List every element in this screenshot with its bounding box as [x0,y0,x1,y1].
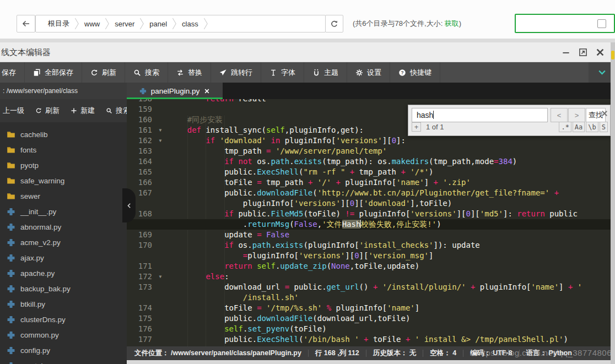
python-file-icon [7,285,15,293]
line-number: 177 [127,334,152,345]
find-input[interactable]: hash [412,108,548,122]
folder-item[interactable]: cachelib [0,127,127,142]
file-item[interactable]: crontab.py [0,358,127,364]
folder-item[interactable]: sewer [0,188,127,204]
sidebar-plus-button[interactable]: 新建 [65,106,100,116]
find-option-button[interactable]: S [600,122,608,132]
folder-item[interactable]: safe_warning [0,173,127,188]
save-button[interactable]: 保存 [0,62,25,83]
goto-line-button[interactable]: 跳转行 [211,62,261,83]
theme-button[interactable]: 主题 [304,62,347,83]
minimize-button[interactable] [561,47,571,57]
chevron-right-icon [139,17,144,31]
python-file-icon [7,331,15,339]
file-item[interactable]: __init__.py [0,204,127,219]
code-line[interactable]: 164 if not os.path.exists(tmp_path): os.… [127,156,615,167]
code-line[interactable]: =pluginInfo['versions'][0]['version_msg'… [127,251,615,261]
file-item[interactable]: apache.py [0,265,127,281]
file-item[interactable]: backup_bak.py [0,281,127,296]
code-editor[interactable]: 158 return result159160 #同步安装161▼ def in… [127,99,615,346]
file-item[interactable]: common.py [0,327,127,343]
get-size-link[interactable]: 获取 [445,19,459,28]
folder-icon [7,192,15,200]
file-item[interactable]: clusterDns.py [0,312,127,327]
code-line[interactable]: 172▼ else: [127,271,615,282]
settings-button[interactable]: 设置 [347,62,390,83]
code-line[interactable]: 173 download_url = public.get_url() + '/… [127,282,615,292]
code-token: ) [436,220,441,229]
file-search-input[interactable] [515,14,615,33]
find-option-button[interactable]: \b [586,122,598,132]
code-token: 'download' [220,136,266,145]
back-button[interactable] [17,15,35,32]
page-scrollbar[interactable] [611,42,615,364]
code-line[interactable]: 174 toFile = '/tmp/%s.sh' % pluginInfo['… [127,303,615,313]
code-line[interactable]: 177 public.ExecShell('/bin/bash ' + toFi… [127,334,615,345]
sidebar-refresh-button[interactable]: 刷新 [30,106,65,116]
code-line[interactable]: 167 public.downloadFile('http://www.bt.c… [127,188,615,198]
code-line[interactable]: 170 if os.path.exists(pluginInfo['instal… [127,240,615,251]
code-line[interactable]: pluginInfo['versions'][0]['download'],to… [127,198,615,209]
file-item[interactable]: config.py [0,343,127,358]
tab-panelplugin[interactable]: panelPlugin.py [127,83,223,99]
hotkeys-button[interactable]: ?快捷键 [390,62,440,83]
file-item[interactable]: ajax.py [0,250,127,265]
font-button[interactable]: 字体 [261,62,304,83]
folder-item[interactable]: pyotp [0,157,127,173]
find-prev-button[interactable]: < [551,108,568,122]
fold-marker[interactable]: ▼ [152,271,169,282]
code-line[interactable]: 163 tmp_path = '/www/server/panel/temp' [127,146,615,156]
code-line[interactable]: /install.sh' [127,292,615,303]
code-token [359,335,364,344]
code-line[interactable]: .returnMsg(False,'文件Hash校验失败,停止安装!') [127,219,615,230]
code-line[interactable]: 165 public.ExecShell("rm -rf " + tmp_pat… [127,167,615,177]
sidebar-search-button[interactable]: 搜索 [100,106,127,116]
refresh-directory-button[interactable] [325,15,343,32]
code-line[interactable]: 175 public.downloadFile(download_url,toF… [127,313,615,324]
sidebar-collapse-handle[interactable] [122,188,136,222]
code-token: () [359,282,373,291]
code-token: download_url [169,282,285,291]
file-item[interactable]: acme_v2.py [0,235,127,250]
fold-marker[interactable]: ▼ [152,135,169,146]
code-token [169,262,224,270]
code-token [322,303,326,312]
find-option-button[interactable]: Aa [573,122,585,132]
breadcrumb-item[interactable]: www [79,20,105,28]
find-next-button[interactable]: > [568,108,585,122]
folder-item[interactable]: fonts [0,142,127,157]
code-line[interactable]: 158 return result [127,99,615,104]
code-token: public. [169,167,257,176]
close-button[interactable] [595,47,605,57]
save-all-button[interactable]: 全部保存 [25,62,82,83]
file-name: config.py [20,346,50,355]
search-icon [133,69,141,77]
search-button[interactable]: 搜索 [125,62,168,83]
file-item[interactable]: btkill.py [0,296,127,312]
maximize-button[interactable] [578,47,588,57]
find-option-button[interactable]: .* [559,122,571,132]
breadcrumb-item[interactable]: class [177,20,203,28]
refresh-button[interactable]: 刷新 [82,62,125,83]
breadcrumb-item[interactable]: server [110,20,139,28]
code-line[interactable]: 166 toFile = tmp_path + '/' + pluginInfo… [127,177,615,188]
sidebar-up-level-button[interactable]: 上一级 [0,106,30,116]
code-line[interactable]: 171 return self.update_zip(None,toFile,u… [127,261,615,271]
code-token: toFile [169,178,257,187]
code-token [169,251,243,260]
code-line[interactable]: 168 if public.FileMd5(toFile) != pluginI… [127,209,615,219]
breadcrumb-item[interactable]: 根目录 [43,19,74,29]
breadcrumb-item[interactable]: panel [144,20,172,28]
replace-button[interactable]: 替换 [168,62,211,83]
search-checkbox[interactable] [597,19,606,28]
fold-marker[interactable]: ▼ [152,125,169,135]
code-line[interactable]: 162▼ if 'download' in pluginInfo['versio… [127,135,615,146]
find-close-icon[interactable] [601,110,608,117]
file-item[interactable]: abnormal.py [0,219,127,235]
tab-close-icon[interactable] [204,88,210,94]
find-add-button[interactable]: + [412,122,421,132]
code-token: #同步安装 [187,115,223,124]
code-line[interactable]: 169 update = False [127,230,615,240]
line-number: 171 [127,261,152,271]
code-line[interactable]: 176 self.set_pyenv(toFile) [127,324,615,334]
